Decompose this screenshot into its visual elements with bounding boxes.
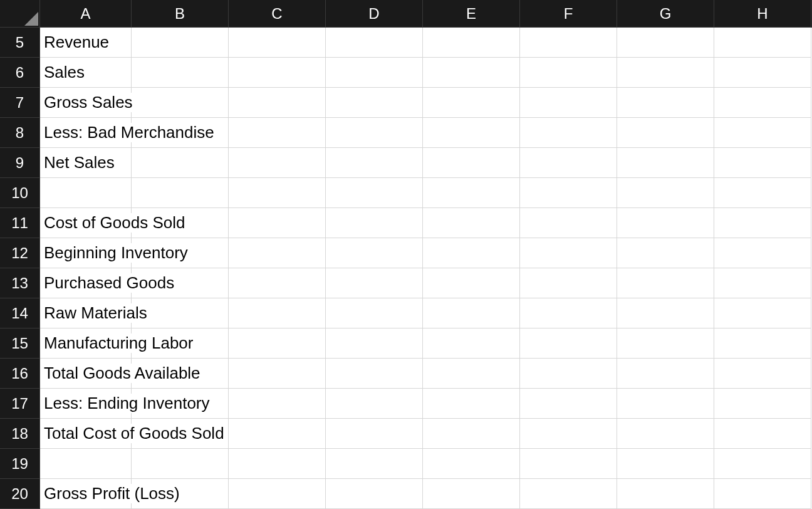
row-header-13[interactable]: 13 (0, 268, 40, 298)
row-header-8[interactable]: 8 (0, 118, 40, 148)
cell-E15[interactable] (423, 328, 520, 359)
cell-C10[interactable] (229, 178, 326, 208)
cell-C18[interactable] (229, 419, 326, 449)
cell-F18[interactable] (520, 419, 617, 449)
cell-F8[interactable] (520, 118, 617, 148)
cell-D15[interactable] (326, 328, 423, 359)
cell-F19[interactable] (520, 449, 617, 479)
cell-B7[interactable] (132, 88, 229, 118)
cell-E8[interactable] (423, 118, 520, 148)
cell-A13[interactable]: Purchased Goods (40, 268, 132, 298)
cell-D19[interactable] (326, 449, 423, 479)
column-header-C[interactable]: C (229, 0, 326, 28)
row-header-18[interactable]: 18 (0, 419, 40, 449)
cell-E7[interactable] (423, 88, 520, 118)
cell-D7[interactable] (326, 88, 423, 118)
cell-E12[interactable] (423, 238, 520, 268)
cell-H6[interactable] (714, 58, 811, 88)
cell-D20[interactable] (326, 479, 423, 509)
cell-D8[interactable] (326, 118, 423, 148)
cell-A18[interactable]: Total Cost of Goods Sold (40, 419, 132, 449)
cell-D6[interactable] (326, 58, 423, 88)
cell-B10[interactable] (132, 178, 229, 208)
cell-E16[interactable] (423, 359, 520, 389)
row-header-7[interactable]: 7 (0, 88, 40, 118)
cell-A14[interactable]: Raw Materials (40, 298, 132, 328)
cell-G12[interactable] (617, 238, 714, 268)
cell-H10[interactable] (714, 178, 811, 208)
cell-H11[interactable] (714, 208, 811, 238)
cell-B6[interactable] (132, 58, 229, 88)
cell-C20[interactable] (229, 479, 326, 509)
cell-D18[interactable] (326, 419, 423, 449)
cell-C14[interactable] (229, 298, 326, 328)
cell-H5[interactable] (714, 28, 811, 58)
cell-H17[interactable] (714, 389, 811, 419)
cell-D5[interactable] (326, 28, 423, 58)
cell-B9[interactable] (132, 148, 229, 178)
column-header-E[interactable]: E (423, 0, 520, 28)
column-header-B[interactable]: B (132, 0, 229, 28)
cell-C5[interactable] (229, 28, 326, 58)
cell-H20[interactable] (714, 479, 811, 509)
cell-F14[interactable] (520, 298, 617, 328)
cell-G19[interactable] (617, 449, 714, 479)
cell-B5[interactable] (132, 28, 229, 58)
row-header-11[interactable]: 11 (0, 208, 40, 238)
row-header-5[interactable]: 5 (0, 28, 40, 58)
cell-C8[interactable] (229, 118, 326, 148)
cell-E19[interactable] (423, 449, 520, 479)
cell-E18[interactable] (423, 419, 520, 449)
cell-F12[interactable] (520, 238, 617, 268)
cell-G11[interactable] (617, 208, 714, 238)
cell-G20[interactable] (617, 479, 714, 509)
cell-A10[interactable] (40, 178, 132, 208)
cell-A7[interactable]: Gross Sales (40, 88, 132, 118)
cell-G5[interactable] (617, 28, 714, 58)
cell-F9[interactable] (520, 148, 617, 178)
cell-H12[interactable] (714, 238, 811, 268)
cell-H9[interactable] (714, 148, 811, 178)
cell-C19[interactable] (229, 449, 326, 479)
cell-G6[interactable] (617, 58, 714, 88)
cell-H7[interactable] (714, 88, 811, 118)
cell-F6[interactable] (520, 58, 617, 88)
cell-H16[interactable] (714, 359, 811, 389)
row-header-6[interactable]: 6 (0, 58, 40, 88)
cell-A6[interactable]: Sales (40, 58, 132, 88)
cell-A20[interactable]: Gross Profit (Loss) (40, 479, 132, 509)
cell-H13[interactable] (714, 268, 811, 298)
cell-E9[interactable] (423, 148, 520, 178)
column-header-A[interactable]: A (40, 0, 132, 28)
cell-D9[interactable] (326, 148, 423, 178)
cell-E14[interactable] (423, 298, 520, 328)
row-header-20[interactable]: 20 (0, 479, 40, 509)
cell-E10[interactable] (423, 178, 520, 208)
cell-D10[interactable] (326, 178, 423, 208)
select-all-corner[interactable] (0, 0, 40, 28)
column-header-G[interactable]: G (617, 0, 714, 28)
cell-H18[interactable] (714, 419, 811, 449)
cell-H15[interactable] (714, 328, 811, 359)
row-header-14[interactable]: 14 (0, 298, 40, 328)
cell-G14[interactable] (617, 298, 714, 328)
cell-A15[interactable]: Manufacturing Labor (40, 328, 132, 359)
cell-F16[interactable] (520, 359, 617, 389)
cell-C13[interactable] (229, 268, 326, 298)
row-header-17[interactable]: 17 (0, 389, 40, 419)
cell-F7[interactable] (520, 88, 617, 118)
cell-C15[interactable] (229, 328, 326, 359)
cell-A12[interactable]: Beginning Inventory (40, 238, 132, 268)
cell-C11[interactable] (229, 208, 326, 238)
row-header-15[interactable]: 15 (0, 328, 40, 359)
column-header-D[interactable]: D (326, 0, 423, 28)
cell-C6[interactable] (229, 58, 326, 88)
cell-G13[interactable] (617, 268, 714, 298)
cell-D11[interactable] (326, 208, 423, 238)
row-header-10[interactable]: 10 (0, 178, 40, 208)
cell-A5[interactable]: Revenue (40, 28, 132, 58)
cell-B19[interactable] (132, 449, 229, 479)
cell-F11[interactable] (520, 208, 617, 238)
cell-C12[interactable] (229, 238, 326, 268)
cell-H8[interactable] (714, 118, 811, 148)
